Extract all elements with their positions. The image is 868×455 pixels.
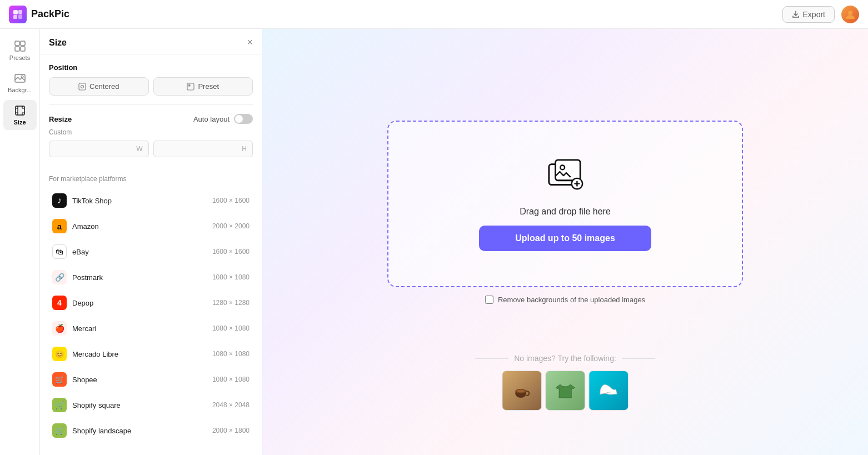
remove-bg-label: Remove backgrounds of the uploaded image…: [498, 296, 645, 304]
avatar[interactable]: [841, 6, 859, 23]
marketplace-ebay[interactable]: 🛍 eBay 1600 × 1600: [49, 239, 253, 264]
user-icon: [845, 9, 856, 20]
sidebar-item-size[interactable]: Size: [3, 100, 37, 130]
marketplace-size-depop: 1280 × 1280: [212, 299, 250, 307]
centered-button[interactable]: Centered: [49, 77, 149, 96]
marketplace-size-postmark: 1080 × 1080: [212, 273, 250, 281]
position-buttons: Centered Preset: [49, 77, 253, 96]
marketplace-name-mercari: Mercari: [72, 324, 212, 333]
presets-icon: [14, 40, 26, 52]
svg-rect-5: [15, 41, 19, 46]
svg-rect-1: [18, 10, 22, 14]
shopify-landscape-icon: 🛒: [52, 423, 67, 438]
sample-thumb-shirt[interactable]: [545, 371, 585, 411]
header-actions: Export: [782, 6, 859, 23]
marketplace-amazon[interactable]: a Amazon 2000 × 2000: [49, 214, 253, 238]
upload-button[interactable]: Upload up to 50 images: [479, 226, 651, 251]
h-label: H: [242, 145, 247, 153]
drop-zone[interactable]: Drag and drop file here Upload up to 50 …: [387, 121, 743, 287]
custom-label: Custom: [49, 128, 253, 136]
marketplace-tiktok[interactable]: ♪ TikTok Shop 1600 × 1600: [49, 188, 253, 213]
coffee-icon: [511, 380, 532, 401]
svg-rect-12: [79, 83, 86, 90]
marketplace-intro: For marketplace platforms: [49, 175, 253, 183]
marketplace-size-mercadolibre: 1080 × 1080: [212, 350, 250, 358]
postmark-icon: 🔗: [52, 270, 67, 284]
size-icon: [14, 104, 26, 117]
ebay-icon: 🛍: [52, 244, 67, 259]
resize-section: Resize Auto layout Custom W H: [40, 105, 262, 166]
marketplace-name-shopify-landscape: Shopify landscape: [72, 427, 212, 435]
marketplace-depop[interactable]: 4 Depop 1280 × 1280: [49, 291, 253, 315]
marketplace-list: ♪ TikTok Shop 1600 × 1600 a Amazon 2000 …: [49, 188, 253, 443]
marketplace-postmark[interactable]: 🔗 Postmark 1080 × 1080: [49, 265, 253, 289]
svg-point-10: [21, 76, 23, 78]
icon-sidebar: Presets Backgr... Size: [0, 29, 40, 455]
remove-bg-checkbox[interactable]: [485, 296, 493, 304]
background-icon: [14, 72, 26, 84]
svg-rect-2: [13, 15, 17, 19]
marketplace-shopee[interactable]: 🛒 Shopee 1080 × 1080: [49, 367, 253, 392]
auto-layout-label: Auto layout: [193, 115, 230, 123]
sidebar-label-background: Backgr...: [8, 87, 32, 93]
remove-bg-row: Remove backgrounds of the uploaded image…: [485, 296, 645, 304]
w-label: W: [136, 145, 142, 153]
svg-rect-8: [21, 47, 25, 51]
app-name: PackPic: [31, 8, 69, 20]
svg-rect-15: [188, 84, 191, 87]
marketplace-section: For marketplace platforms ♪ TikTok Shop …: [40, 166, 262, 452]
svg-rect-6: [21, 41, 25, 46]
marketplace-name-ebay: eBay: [72, 248, 212, 256]
shoe-icon: [598, 380, 619, 401]
marketplace-mercari[interactable]: 🍎 Mercari 1080 × 1080: [49, 316, 253, 341]
marketplace-size-shopee: 1080 × 1080: [212, 376, 250, 383]
shopee-icon: 🛒: [52, 372, 67, 387]
width-input-display: W: [49, 141, 149, 157]
tiktok-icon: ♪: [52, 193, 67, 208]
svg-rect-3: [18, 14, 22, 19]
sample-thumb-coffee[interactable]: [502, 371, 542, 411]
marketplace-mercadolibre[interactable]: 😊 Mercado Libre 1080 × 1080: [49, 342, 253, 366]
position-section: Position Centered Preset: [40, 54, 262, 104]
marketplace-shopify-square[interactable]: 🛒 Shopify square 2048 × 2048: [49, 393, 253, 417]
drop-icon: [546, 157, 585, 198]
marketplace-name-shopee: Shopee: [72, 376, 212, 384]
svg-rect-11: [16, 106, 24, 115]
shirt-icon: [555, 380, 576, 401]
mercadolibre-icon: 😊: [52, 347, 67, 361]
preset-button[interactable]: Preset: [153, 77, 253, 96]
close-panel-button[interactable]: ×: [247, 37, 253, 48]
no-images-section: No images? Try the following:: [475, 354, 655, 411]
marketplace-shopify-landscape[interactable]: 🛒 Shopify landscape 2000 × 1800: [49, 418, 253, 443]
drag-drop-text: Drag and drop file here: [520, 207, 611, 217]
marketplace-size-amazon: 2000 × 2000: [212, 222, 250, 230]
shopify-square-icon: 🛒: [52, 398, 67, 412]
dimensions-row: W H: [49, 141, 253, 157]
sample-thumb-shoe[interactable]: [588, 371, 628, 411]
marketplace-name-depop: Depop: [72, 299, 212, 307]
svg-rect-17: [556, 160, 581, 181]
sidebar-item-presets[interactable]: Presets: [3, 36, 37, 66]
marketplace-name-amazon: Amazon: [72, 222, 212, 231]
marketplace-name-tiktok: TikTok Shop: [72, 197, 212, 205]
logo-area: PackPic: [9, 6, 69, 23]
panel-header: Size ×: [40, 29, 262, 54]
canvas-area: Drag and drop file here Upload up to 50 …: [262, 29, 868, 455]
svg-rect-7: [15, 47, 19, 51]
centered-icon: [78, 83, 86, 91]
sidebar-label-presets: Presets: [9, 54, 30, 61]
sidebar-item-background[interactable]: Backgr...: [3, 68, 37, 98]
svg-point-13: [81, 85, 84, 88]
panel-title: Size: [49, 38, 67, 48]
app-header: PackPic Export: [0, 0, 868, 29]
auto-layout-toggle[interactable]: [234, 114, 253, 124]
marketplace-name-shopify-square: Shopify square: [72, 401, 212, 409]
app-logo-icon: [9, 6, 27, 23]
svg-rect-0: [13, 10, 18, 14]
marketplace-name-postmark: Postmark: [72, 273, 212, 282]
auto-layout-row: Auto layout: [193, 114, 253, 124]
svg-point-22: [517, 390, 525, 393]
preset-icon: [187, 83, 194, 91]
marketplace-size-shopify-square: 2048 × 2048: [212, 401, 250, 409]
export-button[interactable]: Export: [782, 6, 835, 23]
